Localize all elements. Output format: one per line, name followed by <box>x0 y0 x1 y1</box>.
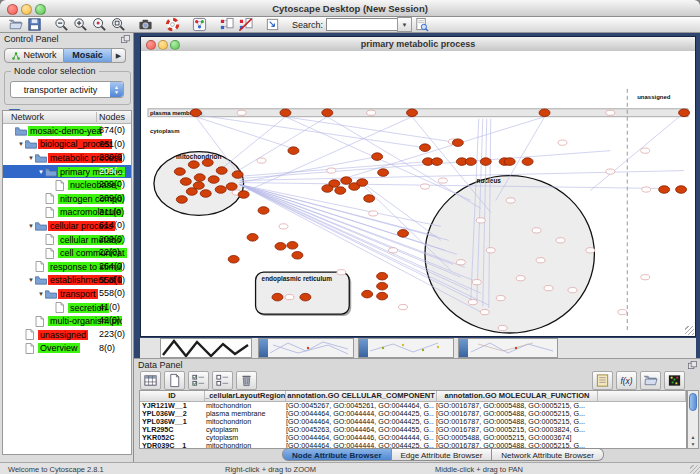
table-row[interactable]: YJR121W__1mitochondrion[GO:0045267, GO:0… <box>140 402 686 410</box>
tree-row[interactable]: ▼transport558(0) <box>3 287 131 301</box>
network-node-small[interactable] <box>480 309 489 314</box>
column-header[interactable]: annotation.GO CELLULAR_COMPONENT <box>286 391 437 401</box>
network-node[interactable] <box>190 109 201 117</box>
zoom-selected-button[interactable] <box>90 17 109 32</box>
network-node-small[interactable] <box>237 110 246 115</box>
zoom-fit-button[interactable] <box>109 17 128 32</box>
network-node[interactable] <box>372 153 383 161</box>
network-node-small[interactable] <box>544 286 553 291</box>
network-node[interactable] <box>322 185 333 193</box>
network-edge[interactable] <box>196 115 425 148</box>
network-node[interactable] <box>174 168 185 176</box>
expand-arrow-icon[interactable]: ▼ <box>37 291 45 297</box>
scroll-up-icon[interactable]: ▲ <box>688 434 698 440</box>
scrollbar-thumb[interactable] <box>689 393 697 411</box>
network-node-small[interactable] <box>367 110 376 115</box>
network-node[interactable] <box>322 109 333 117</box>
table-row[interactable]: YPL036W__1mitochondrion[GO:0044464, GO:0… <box>140 418 686 426</box>
app-resize-grip[interactable] <box>690 465 700 474</box>
unselect-attributes-button[interactable] <box>212 371 233 390</box>
network-node[interactable] <box>208 176 219 184</box>
network-node[interactable] <box>180 178 191 186</box>
network-node[interactable] <box>288 147 299 155</box>
tree-row[interactable]: cell communicat22(0) <box>3 246 131 260</box>
network-node-small[interactable] <box>618 309 627 314</box>
network-edge[interactable] <box>334 117 544 182</box>
expand-arrow-icon[interactable]: ▼ <box>37 169 45 175</box>
network-node-small[interactable] <box>399 305 408 310</box>
network-node-small[interactable] <box>476 218 485 223</box>
attribute-table-button[interactable] <box>140 371 161 390</box>
network-node[interactable] <box>287 242 298 250</box>
network-node[interactable] <box>679 109 690 117</box>
network-node-small[interactable] <box>642 187 651 192</box>
column-header[interactable]: _cellularLayoutRegion <box>205 391 286 401</box>
attribute-editor-button[interactable] <box>592 371 613 390</box>
expand-arrow-icon[interactable]: ▼ <box>27 277 35 283</box>
network-edge[interactable] <box>285 117 457 143</box>
network-canvas[interactable]: plasma membranecytoplasmmitochondrionnuc… <box>141 51 695 336</box>
expand-arrow-icon[interactable]: ▼ <box>17 141 25 147</box>
network-node[interactable] <box>216 167 227 175</box>
new-attribute-button[interactable] <box>164 371 185 390</box>
zoom-out-button[interactable] <box>52 17 71 32</box>
network-node-small[interactable] <box>641 148 650 153</box>
open-file-button[interactable] <box>6 17 25 32</box>
table-row[interactable]: YPL036W__2plasma membrane[GO:0044464, GO… <box>140 410 686 418</box>
network-node[interactable] <box>452 139 463 147</box>
annotation-button[interactable] <box>263 17 282 32</box>
network-edge[interactable] <box>240 185 453 265</box>
scroll-down-icon[interactable]: ▼ <box>688 441 698 447</box>
network-node-small[interactable] <box>486 248 495 253</box>
float-panel-icon[interactable] <box>121 35 130 44</box>
table-scrollbar[interactable]: ▲ ▼ <box>687 390 699 449</box>
network-node-small[interactable] <box>327 168 336 173</box>
tree-row[interactable]: nitrogen compo209(0) <box>3 192 131 206</box>
network-node[interactable] <box>228 255 239 263</box>
network-window-titlebar[interactable]: primary metabolic process <box>141 37 695 52</box>
network-node[interactable] <box>176 196 187 204</box>
tab-node-attribute-browser[interactable]: Node Attribute Browser <box>282 448 392 461</box>
network-node[interactable] <box>362 290 373 298</box>
network-node[interactable] <box>232 171 243 179</box>
import-attributes-button[interactable] <box>640 371 661 390</box>
network-node[interactable] <box>377 272 388 280</box>
network-node[interactable] <box>292 251 303 259</box>
tree-row[interactable]: response to stimulu264(0) <box>3 260 131 274</box>
tree-row[interactable]: multi-organism pro42(0) <box>3 314 131 328</box>
tab-mosaic[interactable]: Mosaic <box>64 48 112 63</box>
network-node-small[interactable] <box>337 270 346 275</box>
tree-row[interactable]: ▼cellular process614(0) <box>3 219 131 233</box>
search-dropdown-button[interactable]: ▼ <box>397 17 412 32</box>
save-button[interactable] <box>25 17 44 32</box>
network-node-small[interactable] <box>558 140 567 145</box>
tree-row[interactable]: nucleobase-209(0) <box>3 178 131 192</box>
network-node-small[interactable] <box>472 280 481 285</box>
network-node[interactable] <box>188 161 199 169</box>
attribute-matrix-button[interactable] <box>664 371 685 390</box>
search-input[interactable] <box>326 18 398 31</box>
network-node[interactable] <box>258 207 269 215</box>
network-node-small[interactable] <box>586 248 595 253</box>
network-node[interactable] <box>238 191 249 199</box>
network-node-small[interactable] <box>468 300 477 305</box>
network-node[interactable] <box>247 234 258 242</box>
window-resize-grip[interactable] <box>685 326 694 335</box>
column-header[interactable]: annotation.GO MOLECULAR_FUNCTION <box>437 391 598 401</box>
tab-network-attribute-browser[interactable]: Network Attribute Browser <box>492 448 603 461</box>
tree-row[interactable]: unassigned223(0) <box>3 328 131 342</box>
tab-network[interactable]: Network <box>4 48 64 63</box>
float-panel-icon[interactable] <box>688 361 697 370</box>
destroy-view-button[interactable] <box>236 17 255 32</box>
table-row[interactable]: YKR052Ccytoplasm[GO:0044464, GO:0044446,… <box>140 434 686 442</box>
network-node[interactable] <box>300 293 311 301</box>
network-node-small[interactable] <box>536 258 545 263</box>
tree-row[interactable]: macromolecule311(0) <box>3 206 131 220</box>
network-edge[interactable] <box>240 171 684 181</box>
network-node[interactable] <box>377 282 388 290</box>
vizmapper-button[interactable] <box>190 17 209 32</box>
network-node-small[interactable] <box>641 275 650 280</box>
network-node-small[interactable] <box>532 228 541 233</box>
network-node-small[interactable] <box>506 198 515 203</box>
network-node[interactable] <box>226 183 237 191</box>
